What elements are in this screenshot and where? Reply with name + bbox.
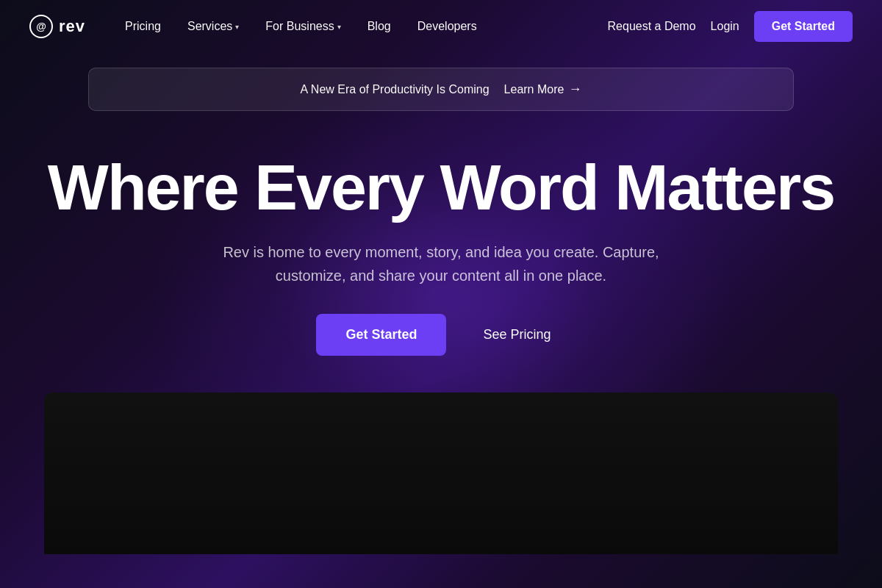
svg-text:@: @: [36, 21, 46, 32]
announcement-banner: A New Era of Productivity Is Coming Lear…: [88, 68, 794, 111]
hero-section: Where Every Word Matters Rev is home to …: [0, 126, 882, 378]
video-inner: [44, 392, 838, 554]
hero-see-pricing-button[interactable]: See Pricing: [468, 314, 565, 356]
banner-learn-more-link[interactable]: Learn More →: [504, 82, 582, 97]
rev-logo-icon: @: [29, 15, 53, 38]
nav-links: Pricing Services ▾ For Business ▾ Blog D…: [115, 14, 487, 39]
nav-link-services[interactable]: Services ▾: [177, 14, 249, 39]
arrow-right-icon: →: [568, 82, 581, 97]
navbar: @ rev Pricing Services ▾ For Business ▾: [0, 0, 882, 53]
chevron-down-icon: ▾: [337, 23, 341, 31]
hero-title: Where Every Word Matters: [29, 155, 853, 220]
nav-get-started-button[interactable]: Get Started: [754, 11, 853, 42]
nav-link-blog[interactable]: Blog: [357, 14, 401, 39]
request-demo-link[interactable]: Request a Demo: [608, 20, 696, 33]
hero-cta-buttons: Get Started See Pricing: [29, 314, 853, 356]
nav-right: Request a Demo Login Get Started: [608, 11, 853, 42]
banner-text: A New Era of Productivity Is Coming: [301, 83, 490, 96]
video-preview: [44, 392, 838, 554]
page-wrapper: @ rev Pricing Services ▾ For Business ▾: [0, 0, 882, 588]
nav-link-for-business[interactable]: For Business ▾: [255, 14, 351, 39]
logo[interactable]: @ rev: [29, 15, 85, 38]
hero-subtitle: Rev is home to every moment, story, and …: [191, 240, 691, 287]
nav-link-developers[interactable]: Developers: [407, 14, 487, 39]
login-link[interactable]: Login: [711, 20, 739, 33]
chevron-down-icon: ▾: [235, 23, 239, 31]
nav-left: @ rev Pricing Services ▾ For Business ▾: [29, 14, 487, 39]
hero-get-started-button[interactable]: Get Started: [316, 314, 446, 356]
logo-text: rev: [59, 17, 85, 36]
nav-link-pricing[interactable]: Pricing: [115, 14, 171, 39]
